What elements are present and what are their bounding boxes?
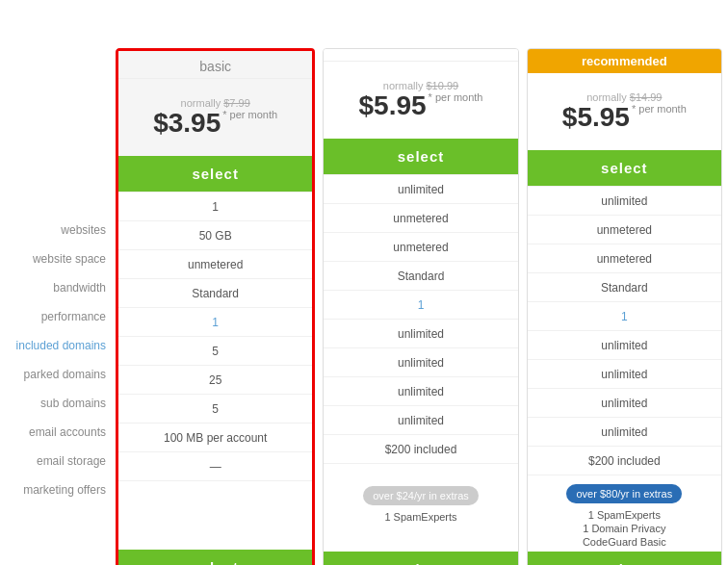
plus-email-storage: unlimited bbox=[324, 405, 517, 434]
plus-websites: unlimited bbox=[324, 174, 517, 203]
basic-websites: 1 bbox=[118, 192, 312, 220]
basic-included-domains: 1 bbox=[118, 307, 312, 336]
basic-select-top-button[interactable]: select bbox=[118, 156, 312, 192]
plus-extras-badge: over $24/yr in extras bbox=[363, 486, 479, 505]
plus-price-area: normally $10.99 $5.95 * per month bbox=[324, 62, 517, 139]
choice-price: $5.95 bbox=[562, 103, 630, 133]
basic-price-area: normally $7.99 $3.95 * per month bbox=[118, 79, 312, 156]
plus-price-suffix: * per month bbox=[429, 91, 483, 103]
choice-extras-area: over $80/yr in extras 1 SpamExperts 1 Do… bbox=[528, 475, 721, 552]
choice-normally: normally $14.99 bbox=[586, 91, 662, 103]
choice-websites: unlimited bbox=[528, 186, 721, 215]
pricing-container: websites website space bandwidth perform… bbox=[10, 10, 722, 565]
plus-plan-header bbox=[324, 49, 517, 62]
choice-extra-2: 1 Domain Privacy bbox=[583, 523, 665, 534]
choice-price-suffix: * per month bbox=[632, 103, 687, 115]
basic-select-bottom-button[interactable]: select bbox=[118, 550, 312, 565]
basic-performance: Standard bbox=[118, 278, 312, 307]
basic-normally: normally $7.99 bbox=[181, 97, 250, 109]
plus-price: $5.95 bbox=[359, 91, 427, 121]
label-websites: websites bbox=[10, 216, 116, 244]
choice-website-space: unmetered bbox=[528, 215, 721, 244]
basic-price-suffix: * per month bbox=[222, 109, 277, 120]
label-parked-domains: parked domains bbox=[10, 360, 116, 389]
choice-email-storage: unlimited bbox=[528, 417, 721, 446]
choice-sub-domains: unlimited bbox=[528, 359, 721, 388]
label-included-domains: included domains bbox=[10, 331, 116, 360]
choice-included-domains: 1 bbox=[528, 301, 721, 330]
label-performance: performance bbox=[10, 302, 116, 331]
plus-email-accounts: unlimited bbox=[324, 376, 517, 405]
choice-bandwidth: unmetered bbox=[528, 244, 721, 272]
choice-extras-badge: over $80/yr in extras bbox=[566, 484, 682, 503]
plus-included-domains: 1 bbox=[324, 290, 517, 319]
plus-parked-domains: unlimited bbox=[324, 319, 517, 347]
basic-email-accounts: 5 bbox=[118, 394, 312, 423]
plus-bandwidth: unmetered bbox=[324, 232, 517, 261]
plus-extras-area: over $24/yr in extras 1 SpamExperts bbox=[324, 463, 517, 540]
choice-extra-3: CodeGuard Basic bbox=[583, 536, 666, 548]
basic-sub-domains: 25 bbox=[118, 365, 312, 394]
choice-extra-1: 1 SpamExperts bbox=[588, 509, 661, 521]
plus-sub-domains: unlimited bbox=[324, 347, 517, 376]
plan-choice-plus: choice plus recommended normally $14.99 … bbox=[527, 48, 722, 565]
label-website-space: website space bbox=[10, 244, 116, 273]
choice-price-area: normally $14.99 $5.95 * per month bbox=[528, 73, 721, 150]
plus-select-top-button[interactable]: select bbox=[324, 139, 517, 174]
choice-select-top-button[interactable]: select bbox=[528, 150, 721, 186]
plus-normally: normally $10.99 bbox=[383, 80, 458, 91]
plus-performance: Standard bbox=[324, 261, 517, 290]
plan-basic: basic normally $7.99 $3.95 * per month s… bbox=[116, 48, 315, 565]
basic-bandwidth: unmetered bbox=[118, 249, 312, 278]
label-email-storage: email storage bbox=[10, 447, 116, 475]
choice-parked-domains: unlimited bbox=[528, 330, 721, 359]
labels-column: websites website space bandwidth perform… bbox=[10, 48, 116, 565]
plus-select-bottom-button[interactable]: select bbox=[324, 552, 517, 565]
label-email-accounts: email accounts bbox=[10, 418, 116, 447]
choice-performance: Standard bbox=[528, 272, 721, 301]
plus-marketing: $200 included bbox=[324, 434, 517, 463]
label-marketing-offers: marketing offers bbox=[10, 475, 116, 504]
label-bandwidth: bandwidth bbox=[10, 273, 116, 302]
basic-price: $3.95 bbox=[153, 109, 221, 139]
basic-plan-name: basic bbox=[118, 51, 312, 79]
basic-parked-domains: 5 bbox=[118, 336, 312, 365]
basic-website-space: 50 GB bbox=[118, 220, 312, 249]
basic-email-storage: 100 MB per account bbox=[118, 423, 312, 451]
label-sub-domains: sub domains bbox=[10, 389, 116, 418]
choice-select-bottom-button[interactable]: select bbox=[528, 552, 721, 565]
plus-website-space: unmetered bbox=[324, 203, 517, 232]
recommended-badge: recommended bbox=[528, 49, 721, 73]
basic-marketing: — bbox=[118, 451, 312, 480]
choice-email-accounts: unlimited bbox=[528, 388, 721, 417]
plan-plus: plus normally $10.99 $5.95 * per month s… bbox=[323, 48, 518, 565]
plus-extra-1: 1 SpamExperts bbox=[384, 511, 456, 523]
choice-marketing: $200 included bbox=[528, 446, 721, 475]
